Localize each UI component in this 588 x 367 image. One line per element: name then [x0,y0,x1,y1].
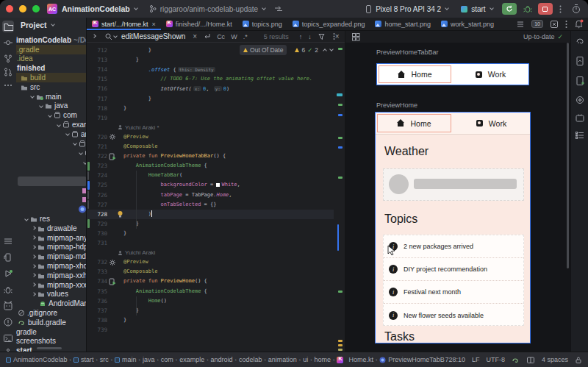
breadcrumb-home-kt[interactable]: Home.kt [337,356,373,363]
breadcrumb-example[interactable]: example [179,356,204,363]
clear-search-icon[interactable]: × [193,32,197,40]
code-editor[interactable]: 712 }713 }714 .offset {this: Density715 … [87,43,345,352]
expand-search-icon[interactable] [92,34,96,38]
debug-button[interactable] [523,4,532,13]
prev-problem-icon[interactable] [323,49,327,53]
tree-item-mipmap-xxhdpi[interactable]: mipmap-xxhdpi [16,271,87,280]
screenshot-icon[interactable] [550,20,559,29]
search-input[interactable]: editMessageShown [121,32,185,40]
editor-tab-work-start-png[interactable]: work_start.png [436,18,499,30]
code-line-735[interactable]: 735 AnimationCodelabTheme { [87,287,334,296]
tree-item-mipmap-anydpi-[interactable]: mipmap-anydpi- [16,233,87,243]
match-case-toggle[interactable]: Cc [217,33,225,40]
stop-button[interactable] [538,3,553,15]
editor-tab-start-----home-kt[interactable]: start/.../Home.kt× [87,18,161,30]
previous-occurrence-icon[interactable]: ↑ [299,33,303,40]
out-of-date-badge[interactable]: Out Of Date [240,45,287,55]
more-actions-icon[interactable] [559,4,562,14]
rerun-button[interactable] [502,3,517,15]
preview-tab-work[interactable]: Work [453,113,530,134]
close-window-button[interactable] [6,5,13,13]
terminal-toolwindow-button[interactable] [2,332,14,344]
tab-limit-icon[interactable]: 10 [531,20,543,28]
device-selector[interactable]: Pixel 8 Pro API 34 2 [376,5,441,13]
tree-item-main[interactable]: main [16,92,87,101]
next-problem-icon[interactable] [329,47,334,51]
commit-toolwindow-button[interactable] [2,37,14,49]
close-search-icon[interactable]: × [335,32,340,40]
reader-mode-icon[interactable] [526,356,535,364]
run-preview-gutter-icon[interactable] [108,152,116,161]
code-line-737[interactable]: 737 } [87,306,334,316]
debug-toolwindow-button[interactable] [2,284,14,296]
editor-preview-divider[interactable] [345,31,345,352]
code-line-714[interactable]: 714 .offset {this: Density [87,65,334,74]
tree-item-androidmanifest-xm[interactable]: AndroidManifest.xm [16,299,87,308]
tree-item-mipmap-xhdpi[interactable]: mipmap-xhdpi [16,261,87,271]
tree-item-com[interactable]: com [16,110,87,120]
code-line-729[interactable]: 729 } [87,219,334,229]
tree-item-mipmap-mdpi[interactable]: mipmap-mdpi [16,252,87,261]
branch-name[interactable]: riggaroo/anim-codelab-update [160,5,258,13]
structure-button[interactable] [574,129,586,141]
code-line-734[interactable]: 734private fun PreviewHome() { [87,277,334,286]
code-line-718[interactable]: 718} [87,104,334,113]
tree-item-android[interactable]: android [16,129,87,139]
code-line-727[interactable]: 727 onTabSelected = {} [87,200,334,210]
newline-icon[interactable] [203,32,211,40]
breadcrumb-android[interactable]: android [211,356,233,363]
breadcrumb-home[interactable]: home [315,356,331,363]
running-devices-button[interactable] [574,55,586,67]
code-line-731[interactable]: 731 [87,238,334,248]
pull-requests-toolwindow-button[interactable] [2,66,14,78]
topic-row[interactable]: i2 new packages arrived [384,235,523,258]
editor-tab-topics-expanded-png[interactable]: topics_expanded.png [287,18,370,30]
zoom-window-button[interactable] [32,5,40,13]
breadcrumb-com[interactable]: com [161,356,173,363]
tree-item[interactable] [18,177,87,186]
code-line-721[interactable]: 721@Composable [87,142,334,152]
sync-icon[interactable] [274,5,283,13]
run-config-selector[interactable]: start [471,5,485,13]
gallery-view-icon[interactable] [351,32,360,41]
tree-item-java[interactable]: java [16,101,87,111]
breadcrumb-animation[interactable]: animation [268,356,297,363]
code-line-722[interactable]: 722private fun PreviewHomeTabBar() { [87,152,334,161]
breadcrumb-java[interactable]: java [143,356,155,363]
code-line-715[interactable]: 715 // TODO 6-7: Use the animating offse… [87,74,334,84]
tree-item-ani[interactable]: ani [16,149,87,158]
breadcrumb-start[interactable]: start [74,356,94,363]
tree-item-build[interactable]: build [16,73,87,82]
code-line-736[interactable]: 736 Home() [87,296,334,306]
code-line-732[interactable]: 732@Preview [87,257,334,267]
regex-toggle[interactable]: .* [243,33,248,40]
breadcrumb-src[interactable]: src [100,356,109,363]
tab-list-icon[interactable] [516,20,525,29]
tree-item-u[interactable]: u [16,157,87,167]
tree-item[interactable] [16,204,87,214]
editor-tab-topics-png[interactable]: topics.png [237,18,287,30]
code-line-728[interactable]: 728 ) [87,210,334,219]
weather-card[interactable] [383,168,524,201]
tree-item-gradle[interactable]: gradle [16,327,87,337]
tree-item-mipmap-hdpi[interactable]: mipmap-hdpi [16,243,87,252]
breadcrumb-ui[interactable]: ui [303,356,308,363]
tree-item-drawable[interactable]: drawable [16,224,87,233]
tree-item[interactable] [16,186,87,196]
code-line-723[interactable]: 723 AnimationCodelabTheme { [87,161,334,171]
code-line-719[interactable]: 719 [87,113,334,123]
breadcrumb-codelab[interactable]: codelab [239,356,262,363]
close-tab-icon[interactable]: × [152,21,156,28]
topic-row[interactable]: iFestival next month [384,281,523,304]
tree-item-imationcodelab[interactable]: imationCodelab~/Documen [16,35,87,45]
tree-item-finished[interactable]: finished [16,63,87,73]
tree-item--idea[interactable]: .idea [16,54,87,64]
code-line-724[interactable]: 724 HomeTabBar( [87,171,334,180]
preview-label-home[interactable]: PreviewHome [376,101,417,109]
tree-item--gitignore[interactable]: .gitignore [16,308,87,318]
tree-item-res[interactable]: res [16,214,87,224]
tree-item-build-gradle[interactable]: build.gradle [16,318,87,327]
run-preview-gutter-icon[interactable] [108,277,116,286]
editor-tab-finished-----home-kt[interactable]: finished/.../Home.kt [161,18,237,30]
logcat-toolwindow-button[interactable] [2,300,14,312]
